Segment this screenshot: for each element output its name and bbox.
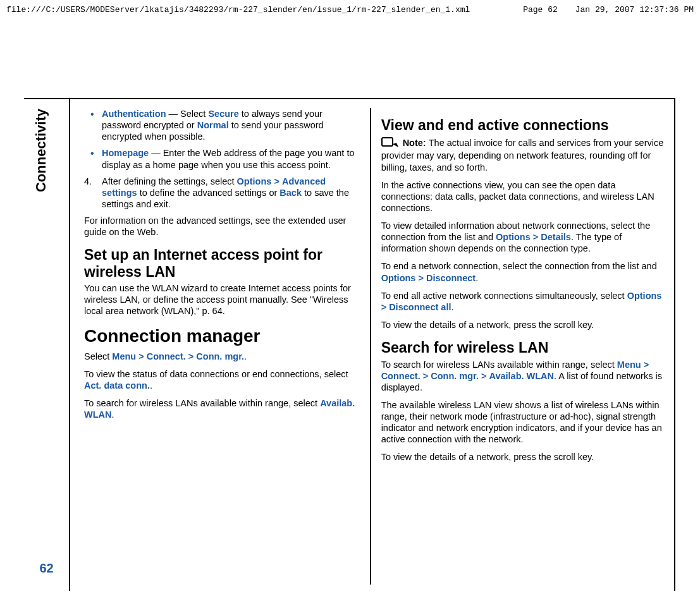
menu-key: Options <box>496 232 531 242</box>
body-text: To view the status of data connections o… <box>84 369 348 379</box>
body-text: Select Menu > Connect. > Conn. mgr.. <box>84 351 361 362</box>
menu-key: Conn. mgr. <box>196 351 244 361</box>
body-text: For information on the advanced settings… <box>84 215 361 238</box>
menu-key: Back <box>279 188 302 198</box>
menu-key: Act. data conn. <box>84 380 150 391</box>
page-indicator: Page 62 <box>523 5 558 15</box>
body-text: After defining the settings, select <box>102 176 237 186</box>
section-heading: Set up an Internet access point for wire… <box>84 246 361 280</box>
body-text: To search for wireless LANs available wi… <box>84 397 361 420</box>
body-text: To end a network connection, select the … <box>381 261 657 271</box>
svg-rect-0 <box>382 138 393 146</box>
menu-key: Options <box>381 273 416 283</box>
menu-key: Options <box>237 176 272 186</box>
caret-icon: > <box>481 371 486 381</box>
body-text: To end all active network connections si… <box>381 290 668 313</box>
body-text: To search for wireless LANs available wi… <box>84 398 320 408</box>
menu-key: Options <box>627 291 662 301</box>
right-column: View and end active connections Note: Th… <box>381 108 668 585</box>
caret-icon: > <box>188 351 193 361</box>
body-text: . <box>476 273 478 283</box>
body-text: . <box>112 409 114 420</box>
body-text: . <box>244 351 247 361</box>
menu-key: Availab. WLAN <box>489 371 554 381</box>
step-item: 4. After defining the settings, select O… <box>84 176 361 210</box>
page-number: 62 <box>24 561 69 576</box>
body-text: To search for wireless LANs available wi… <box>381 360 617 370</box>
caret-icon: > <box>418 273 423 283</box>
note-icon <box>381 136 400 150</box>
menu-key: Disconnect <box>426 273 476 283</box>
body-text: You can use the WLAN wizard to create In… <box>84 282 361 317</box>
option-link: Secure <box>208 109 238 119</box>
menu-key: Details <box>541 232 571 242</box>
menu-key: Conn. mgr. <box>431 371 479 381</box>
step-number: 4. <box>84 176 92 187</box>
setting-term: Homepage <box>102 148 149 158</box>
menu-key: Disconnect all <box>389 302 451 312</box>
caret-icon: > <box>644 360 649 370</box>
menu-key: Connect. <box>147 351 186 361</box>
option-link: Normal <box>197 120 229 130</box>
caret-icon: > <box>138 351 144 361</box>
body-text: To view detailed information about netwo… <box>381 220 668 254</box>
caret-icon: > <box>381 302 386 312</box>
topic-label: Connectivity <box>33 109 49 192</box>
body-text: . <box>451 302 453 312</box>
setting-term: Authentication <box>102 109 166 119</box>
file-path: file:///C:/USERS/MODEServer/lkatajis/348… <box>6 5 470 15</box>
list-item: Authentication — Select Secure to always… <box>88 108 361 142</box>
chapter-heading: Connection manager <box>84 325 361 347</box>
caret-icon: > <box>533 232 538 242</box>
section-heading: Search for wireless LAN <box>381 339 668 356</box>
body-text: To end all active network connections si… <box>381 291 627 301</box>
document-page: Connectivity 62 Authentication — Select … <box>24 98 675 591</box>
body-text: To end a network connection, select the … <box>381 260 668 283</box>
print-header: file:///C:/USERS/MODEServer/lkatajis/348… <box>0 0 700 18</box>
body-text: In the active connections view, you can … <box>381 179 668 214</box>
body-text: To view the details of a network, press … <box>381 319 668 330</box>
left-column: Authentication — Select Secure to always… <box>84 108 371 585</box>
body-text: To search for wireless LANs available wi… <box>381 359 668 393</box>
note-block: Note: The actual invoice for calls and s… <box>381 136 668 173</box>
caret-icon: > <box>423 371 428 381</box>
list-item: Homepage — Enter the Web address of the … <box>88 147 361 170</box>
menu-key: Connect. <box>381 371 421 381</box>
body-text: To view the details of a network, press … <box>381 451 668 463</box>
body-text: to define the advanced settings or <box>140 188 280 198</box>
section-heading: View and end active connections <box>381 117 668 133</box>
caret-icon: > <box>274 176 279 186</box>
body-text: . <box>150 380 152 391</box>
note-label: Note: <box>403 138 429 148</box>
body-text: The available wireless LAN view shows a … <box>381 399 668 446</box>
body-text: — Select <box>166 109 209 119</box>
print-datetime: Jan 29, 2007 12:37:36 PM <box>575 5 694 15</box>
sidebar: Connectivity 62 <box>24 99 70 591</box>
menu-key: Menu <box>112 351 136 361</box>
body-text: To view the status of data connections o… <box>84 368 361 391</box>
body-text: Select <box>84 351 112 361</box>
menu-key: Menu <box>617 360 641 370</box>
